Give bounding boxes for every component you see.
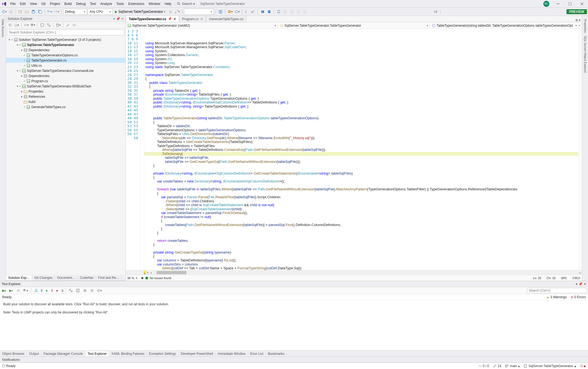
errors-status[interactable]: ⊘ 0 Errors — [571, 295, 586, 299]
tree-row[interactable]: ✓C#Program.cs — [6, 78, 125, 84]
start-no-debug-button[interactable]: ▷ — [168, 9, 174, 15]
doc-tab[interactable]: Program.cs✕ — [179, 16, 206, 22]
left-bot-tab[interactable]: Git Changes — [32, 275, 55, 280]
tree-row[interactable]: ▸References — [6, 94, 125, 99]
repeat-run-icon[interactable] — [15, 288, 21, 294]
forward-button[interactable] — [8, 9, 14, 15]
dropdown-icon[interactable]: ▾ — [113, 17, 115, 21]
se-switch-views-icon[interactable]: ▾ — [14, 22, 20, 28]
menu-file[interactable]: File — [8, 1, 18, 7]
menu-help[interactable]: Help — [163, 1, 174, 7]
left-bot-tab[interactable]: CodeNav — [78, 275, 96, 280]
open-button[interactable] — [24, 9, 30, 15]
menu-debug[interactable]: Debug — [74, 1, 88, 7]
close-icon[interactable]: ✕ — [584, 282, 586, 286]
live-share-icon[interactable] — [433, 9, 439, 15]
tree-row[interactable]: ▸Dependencies — [6, 73, 125, 78]
doc-tab[interactable]: TableTypesGenerator.cs📌✕ — [126, 16, 179, 22]
menu-test[interactable]: Test — [88, 1, 98, 7]
se-filter-icon[interactable]: ▾ — [30, 22, 36, 28]
pass-count-icon[interactable]: ● — [44, 288, 50, 294]
bot-tab[interactable]: Immediate Window — [216, 351, 248, 356]
close-button[interactable] — [576, 0, 588, 8]
user-badge[interactable]: NC — [543, 1, 549, 7]
tabwell-menu[interactable]: ⊕ ▾ — [574, 18, 582, 22]
bot-tab[interactable]: Output — [27, 351, 41, 356]
menu-git[interactable]: Git — [39, 1, 48, 7]
run-all-button[interactable]: ▶▸ — [1, 288, 7, 294]
tree-row[interactable]: build — [6, 99, 125, 104]
se-wrench-icon[interactable] — [65, 22, 71, 28]
tb-icon-1[interactable] — [218, 9, 223, 15]
bookmark-button[interactable] — [276, 9, 282, 15]
tree-row[interactable]: ▾✓C#SqlServer.TableTypeGenerator.Command… — [6, 68, 125, 73]
fold-column[interactable] — [140, 29, 144, 270]
line-status[interactable]: Ln: 32 — [533, 276, 541, 280]
tree-row[interactable]: ▾✓C#SqlServer.TableTypeGenerator.MSBuild… — [6, 84, 125, 89]
search-command[interactable]: Search ▾ — [174, 2, 197, 6]
bot-tab[interactable]: Error List — [248, 351, 266, 356]
doc-tab[interactable]: GenerateTableTypes.cs — [206, 16, 246, 22]
redo-button[interactable]: ▾ — [53, 9, 60, 15]
pin-icon[interactable]: 📌 — [116, 17, 120, 21]
uncomment-button[interactable]: // — [250, 9, 256, 15]
columns-icon[interactable] — [75, 288, 81, 294]
side-tab-datasources[interactable]: Data Sources — [1, 17, 5, 39]
menu-build[interactable]: Build — [62, 1, 74, 7]
sb-updown[interactable]: ↑↓ 0 / 0 — [478, 364, 489, 368]
col-status[interactable]: Ch: 10 — [547, 276, 555, 280]
warnings-status[interactable]: ▲ 3 Warnings — [546, 295, 566, 299]
se-props-icon[interactable]: ▾ — [55, 22, 61, 28]
tb-icon-5[interactable] — [266, 9, 272, 15]
test-flask-icon[interactable] — [33, 288, 39, 294]
tb-icon-7[interactable] — [302, 9, 308, 15]
sb-branch[interactable]: main ▴ — [505, 364, 520, 368]
save-button[interactable] — [30, 9, 36, 15]
pin-icon[interactable]: 📌 — [578, 282, 583, 286]
menu-window[interactable]: Window — [146, 1, 163, 7]
solution-explorer-search-input[interactable] — [7, 29, 124, 35]
minimize-button[interactable] — [552, 0, 564, 8]
tree-row[interactable]: ▾✓C#SqlServer.TableTypeGenerator — [6, 42, 125, 47]
tree-row[interactable]: ✓C#GenerateTableTypes.cs — [6, 104, 125, 109]
se-preview-icon[interactable] — [71, 22, 77, 28]
sb-edits[interactable]: 14 — [493, 364, 501, 368]
sb-repo[interactable]: SqlServer.TableTypeGenerator ▴ — [523, 364, 576, 368]
new-project-button[interactable] — [17, 9, 23, 15]
comment-button[interactable]: // — [244, 9, 250, 15]
expand-icon[interactable] — [82, 288, 88, 294]
tb-icon-6[interactable] — [295, 9, 301, 15]
test-search-input[interactable] — [527, 288, 587, 293]
tb-icon-4[interactable] — [260, 9, 266, 15]
bot-tab[interactable]: Developer PowerShell — [179, 351, 216, 356]
config-dropdown[interactable]: Debug▾ — [63, 9, 87, 15]
undo-button[interactable]: ▾ — [47, 9, 53, 15]
code-editor[interactable]: 1 2 3 4 5 6 7 8 9 10 11 12 13 14 15 16 1… — [126, 29, 582, 270]
hot-reload-button[interactable]: ▾ — [174, 9, 180, 15]
start-button[interactable]: ▶ SqlServer.TableTypeGenerator ▾ — [113, 9, 167, 15]
left-bot-tab[interactable]: Solution Exp… — [6, 275, 32, 280]
crumb-class[interactable]: SqlServer.TableTypeGenerator.TableTypesG… — [278, 24, 430, 28]
bot-tab[interactable]: Bookmarks — [266, 351, 287, 356]
eol-status[interactable]: CRLF — [572, 276, 580, 280]
se-home-icon[interactable] — [7, 22, 13, 28]
menu-view[interactable]: View — [28, 1, 39, 7]
collapse-icon[interactable] — [89, 288, 95, 294]
close-tab-icon[interactable]: ✕ — [173, 17, 176, 21]
tree-solution-root[interactable]: ▾ ✓ S Solution 'SqlServer.TableTypeGener… — [6, 37, 125, 42]
run-button[interactable]: ▶ ▾ — [8, 288, 14, 294]
group-icon[interactable] — [68, 288, 74, 294]
side-tab-sqlserver[interactable]: SQL Server Object Explorer — [583, 34, 587, 75]
bot-tab[interactable]: XAML Binding Failures — [109, 351, 147, 356]
dropdown-icon[interactable]: ▾ — [576, 282, 577, 286]
se-collapse-icon[interactable] — [46, 22, 52, 28]
issues-status[interactable]: No issues found — [150, 276, 171, 280]
bot-tab[interactable]: Test Explorer — [85, 351, 109, 356]
settings-gear-icon[interactable]: ▾ — [96, 288, 102, 294]
sb-bell-icon[interactable]: ● — [580, 364, 586, 368]
menu-tools[interactable]: Tools — [114, 1, 126, 7]
menu-project[interactable]: Project — [48, 1, 62, 7]
se-showall-icon[interactable] — [39, 22, 45, 28]
bot-tab[interactable]: Object Browser — [0, 351, 27, 356]
menu-analyze[interactable]: Analyze — [98, 1, 114, 7]
